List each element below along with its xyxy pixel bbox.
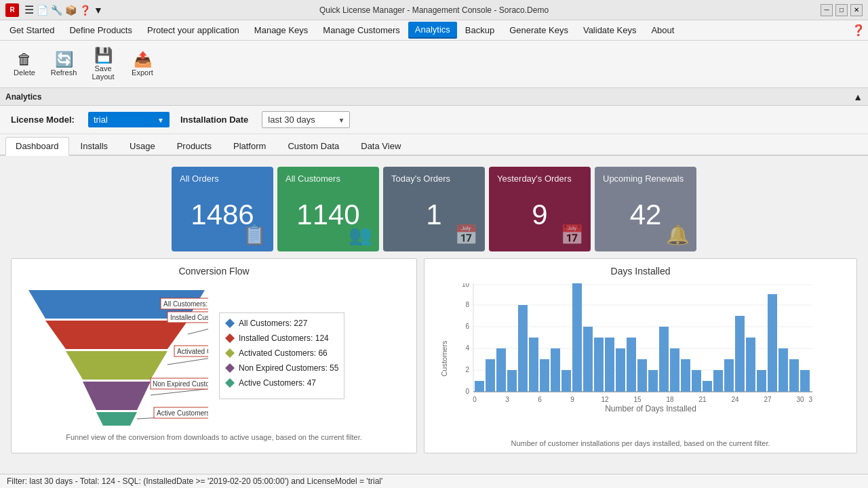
conversion-flow-caption: Funnel view of the conversion from downl… — [20, 433, 408, 441]
tab-usage[interactable]: Usage — [119, 137, 165, 155]
toolbar: 🗑 Delete 🔄 Refresh 💾 Save Layout 📤 Expor… — [0, 41, 868, 88]
svg-rect-46 — [778, 348, 788, 392]
menu-protect-application[interactable]: Protect your application — [140, 22, 246, 38]
save-layout-icon: 💾 — [94, 48, 113, 63]
funnel-label-text-4: Active Customers: 21% — [157, 409, 208, 417]
menu-manage-customers[interactable]: Manage Customers — [316, 22, 406, 38]
stat-card-all-orders[interactable]: All Orders 1486 📋 — [172, 167, 273, 251]
svg-marker-4 — [225, 378, 235, 388]
stat-card-yesterdays-orders[interactable]: Yesterday's Orders 9 📅 — [489, 167, 591, 251]
svg-rect-43 — [746, 338, 755, 392]
stat-card-all-customers[interactable]: All Customers 1140 👥 — [277, 167, 379, 251]
title-bar-dropdown[interactable]: ▼ — [94, 5, 103, 16]
export-button[interactable]: 📤 Export — [123, 45, 161, 84]
menu-generate-keys[interactable]: Generate Keys — [502, 22, 575, 38]
menu-backup[interactable]: Backup — [458, 22, 501, 38]
menu-analytics[interactable]: Analytics — [408, 22, 457, 39]
legend-row-3: Non Expired Customers: 55 — [225, 363, 338, 373]
delete-label: Delete — [14, 68, 35, 77]
refresh-button[interactable]: 🔄 Refresh — [45, 45, 83, 84]
menu-manage-keys[interactable]: Manage Keys — [248, 22, 315, 38]
refresh-label: Refresh — [51, 68, 77, 77]
svg-rect-24 — [540, 359, 549, 392]
legend-row-2: Activated Customers: 66 — [225, 348, 338, 358]
days-installed-caption: Number of customer installations per day… — [433, 439, 848, 447]
license-model-select[interactable]: trial — [88, 112, 170, 127]
legend-label-1: Installed Customers: 124 — [239, 333, 329, 343]
svg-rect-22 — [518, 305, 528, 392]
main-content: All Orders 1486 📋 All Customers 1140 👥 T… — [0, 156, 868, 474]
maximize-button[interactable]: □ — [835, 4, 848, 16]
all-customers-icon: 👥 — [349, 224, 372, 246]
svg-rect-27 — [572, 283, 582, 392]
filters-bar: License Model: trial Installation Date l… — [0, 106, 868, 134]
funnel-seg-4 — [96, 412, 137, 426]
svg-text:33: 33 — [808, 396, 812, 403]
svg-rect-18 — [475, 381, 484, 392]
days-installed-chart: Days Installed Customers 0 2 4 6 8 — [424, 258, 857, 453]
status-text: Filter: last 30 days - Total: 124 - SQL:… — [7, 476, 382, 486]
conversion-flow-chart: Conversion Flow — [11, 258, 417, 453]
window-title: Quick License Manager - Management Conso… — [319, 5, 549, 15]
svg-text:24: 24 — [731, 396, 739, 403]
menu-define-products[interactable]: Define Products — [62, 22, 139, 38]
funnel-svg-wrap: All Customers: 100% Installed Customers:… — [25, 283, 208, 428]
funnel-label-text-0: All Customers: 100% — [163, 300, 208, 308]
svg-rect-29 — [594, 338, 604, 392]
help-icon[interactable]: ❓ — [852, 24, 865, 37]
title-bar-left: R ☰ 📄 🔧 📦 ❓ ▼ — [5, 3, 103, 17]
legend-row-0: All Customers: 227 — [225, 319, 338, 328]
menu-get-started[interactable]: Get Started — [3, 22, 61, 38]
delete-button[interactable]: 🗑 Delete — [5, 45, 43, 84]
svg-rect-31 — [616, 348, 625, 392]
tab-products[interactable]: Products — [167, 137, 222, 155]
installation-date-select[interactable]: last 30 days — [262, 111, 350, 128]
svg-rect-48 — [800, 370, 810, 392]
export-label: Export — [132, 68, 153, 77]
section-collapse-btn[interactable]: ▲ — [853, 92, 863, 102]
title-bar-icon1[interactable]: 📄 — [37, 5, 48, 16]
save-layout-label: Save Layout — [87, 64, 119, 81]
svg-text:12: 12 — [601, 396, 609, 403]
title-bar: R ☰ 📄 🔧 📦 ❓ ▼ Quick License Manager - Ma… — [0, 0, 868, 20]
all-customers-title: All Customers — [285, 174, 371, 184]
system-menu[interactable]: ☰ — [24, 3, 34, 16]
app-icon: R — [5, 3, 19, 17]
svg-rect-41 — [724, 359, 734, 392]
close-button[interactable]: ✕ — [850, 4, 863, 16]
stat-card-upcoming-renewals[interactable]: Upcoming Renewals 42 🔔 — [595, 167, 696, 251]
svg-rect-34 — [648, 370, 658, 392]
svg-rect-33 — [637, 359, 647, 392]
title-bar-icon3[interactable]: 📦 — [65, 5, 77, 16]
svg-text:0: 0 — [465, 388, 469, 395]
delete-icon: 🗑 — [17, 52, 32, 67]
funnel-seg-2 — [66, 351, 167, 380]
svg-rect-19 — [486, 359, 495, 392]
tab-dashboard[interactable]: Dashboard — [5, 137, 69, 156]
funnel-container: All Customers: 100% Installed Customers:… — [20, 283, 408, 428]
tab-platform[interactable]: Platform — [223, 137, 276, 155]
svg-marker-2 — [225, 348, 235, 358]
menu-validate-keys[interactable]: Validate Keys — [576, 22, 644, 38]
tab-data-view[interactable]: Data View — [351, 137, 411, 155]
funnel-label-text-1: Installed Customers: 55% — [170, 314, 208, 321]
tab-installs[interactable]: Installs — [71, 137, 118, 155]
stat-card-todays-orders[interactable]: Today's Orders 1 📅 — [383, 167, 485, 251]
title-bar-icon4[interactable]: ❓ — [79, 5, 91, 16]
installation-date-wrap: last 30 days — [262, 111, 350, 128]
funnel-legend: All Customers: 227 Installed Customers: … — [219, 312, 344, 399]
minimize-button[interactable]: ─ — [821, 4, 833, 16]
svg-text:30: 30 — [796, 396, 804, 403]
charts-row: Conversion Flow — [11, 258, 857, 453]
svg-rect-47 — [789, 359, 799, 392]
svg-text:6: 6 — [465, 323, 469, 330]
svg-marker-0 — [225, 319, 235, 328]
menu-about[interactable]: About — [644, 22, 681, 38]
save-layout-button[interactable]: 💾 Save Layout — [84, 45, 122, 84]
upcoming-renewals-title: Upcoming Renewals — [603, 174, 688, 184]
export-icon: 📤 — [134, 52, 152, 67]
tab-custom-data[interactable]: Custom Data — [277, 137, 349, 155]
svg-text:15: 15 — [633, 396, 642, 403]
title-bar-icon2[interactable]: 🔧 — [51, 5, 62, 16]
legend-label-2: Activated Customers: 66 — [239, 348, 328, 358]
